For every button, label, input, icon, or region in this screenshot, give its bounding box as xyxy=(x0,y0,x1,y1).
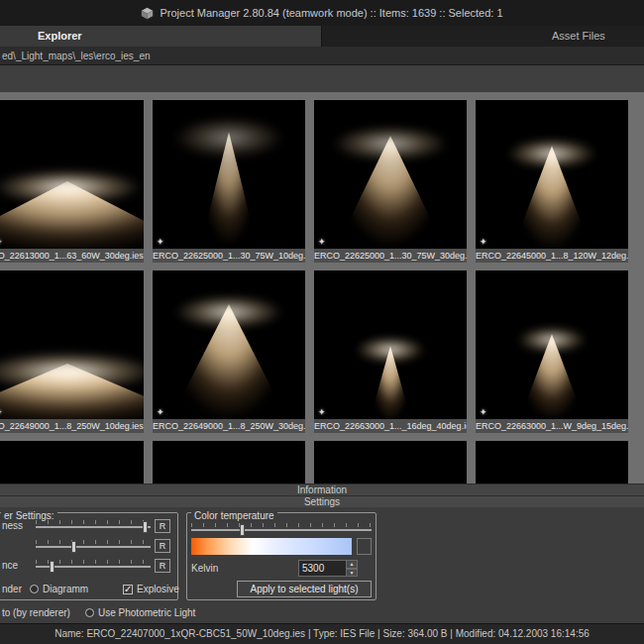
kelvin-spinner: ▲ ▼ xyxy=(346,560,358,577)
light-bulb-icon: ✦ xyxy=(157,237,164,247)
thumbnail-item[interactable] xyxy=(153,441,305,483)
light-bulb-icon: ✦ xyxy=(318,407,326,417)
light-halo xyxy=(174,295,283,329)
distance-slider-handle[interactable] xyxy=(50,561,54,573)
path-bar[interactable]: ed\_Light_maps\_les\erco_ies_en xyxy=(0,47,644,65)
explorer-content: ✦ CO_22613000_1...63_60W_30deg.ies ✦ ERC… xyxy=(0,65,644,483)
light-beam xyxy=(367,346,414,419)
light-beam xyxy=(507,146,596,249)
light-halo xyxy=(173,117,284,159)
tab-explorer[interactable]: Explorer xyxy=(0,26,322,47)
ies-preview[interactable] xyxy=(476,441,628,483)
settings-panel-header[interactable]: Settings xyxy=(0,495,644,507)
thumbnail-item[interactable]: ✦ ERCO_22649000_1...8_250W_30deg.ies xyxy=(153,270,305,433)
thumbnail-filename: ERCO_22625000_1...30_75W_30deg.ies xyxy=(314,249,467,263)
thumbnail-item[interactable]: ✦ CO_22649000_1...8_250W_10deg.ies xyxy=(0,270,144,433)
ies-preview[interactable]: ✦ xyxy=(476,100,628,249)
kelvin-slider[interactable] xyxy=(191,529,372,531)
ies-preview[interactable] xyxy=(314,441,467,483)
ies-preview[interactable]: ✦ xyxy=(314,270,467,419)
thumbnail-filename: ERCO_22625000_1...30_75W_10deg.ies xyxy=(153,249,305,263)
thumbnail-item[interactable]: ✦ ERCO_22625000_1...30_75W_10deg.ies xyxy=(153,100,305,263)
grid-row-3-partial xyxy=(0,441,644,483)
ies-preview[interactable]: ✦ xyxy=(314,100,467,249)
slider-ticks xyxy=(36,540,151,544)
information-panel-header[interactable]: Information xyxy=(0,483,644,495)
ies-preview[interactable] xyxy=(153,441,305,483)
diagram-radio-label[interactable]: Diagramm xyxy=(43,584,88,594)
thumbnail-item[interactable] xyxy=(314,441,467,483)
color-temperature-group: Color temperature Kelvin ▲ ▼ Apply to se… xyxy=(186,512,376,600)
kelvin-slider-handle[interactable] xyxy=(240,524,245,536)
photometric-radio[interactable] xyxy=(85,608,94,617)
light-halo xyxy=(517,327,587,353)
settings-panel: er Settings: ness R R nce R nder Diagram… xyxy=(0,507,644,623)
thumbnail-item[interactable]: ✦ ERCO_22625000_1...30_75W_30deg.ies xyxy=(314,100,467,263)
light-halo xyxy=(332,126,449,161)
light-halo xyxy=(0,169,142,205)
kelvin-spinner-up-icon[interactable]: ▲ xyxy=(346,560,358,569)
thumbnail-item[interactable]: ✦ CO_22613000_1...63_60W_30deg.ies xyxy=(0,100,144,263)
kelvin-label: Kelvin xyxy=(191,563,218,574)
diagram-radio[interactable] xyxy=(30,585,39,593)
thumbnail-item[interactable]: ✦ ERCO_22663000_1...W_9deg_15deg.ies xyxy=(476,270,628,433)
light-bulb-icon: ✦ xyxy=(480,237,487,247)
light-beam xyxy=(197,132,261,249)
thumbnail-item[interactable]: ✦ ERCO_22663000_1..._16deg_40deg.ies xyxy=(314,270,467,433)
thumbnail-filename: CO_22649000_1...8_250W_10deg.ies xyxy=(0,419,144,433)
light-bulb-icon: ✦ xyxy=(157,407,164,417)
light-bulb-icon: ✦ xyxy=(0,407,3,417)
light-halo xyxy=(507,139,596,168)
ies-preview[interactable]: ✦ xyxy=(153,270,305,419)
brightness-slider[interactable] xyxy=(36,526,151,528)
light-halo xyxy=(356,337,425,363)
thumbnail-filename: ERCO_22663000_1..._16deg_40deg.ies xyxy=(314,419,467,433)
grid-row-1: ✦ CO_22613000_1...63_60W_30deg.ies ✦ ERC… xyxy=(0,100,644,263)
ies-preview[interactable]: ✦ xyxy=(0,270,144,419)
kelvin-slider-ticks xyxy=(191,523,372,527)
explosive-checkbox-label[interactable]: Explosive xyxy=(137,584,179,594)
reset-distance-button[interactable]: R xyxy=(155,559,170,573)
thumbnail-filename: CO_22613000_1...63_60W_30deg.ies xyxy=(0,249,144,263)
kelvin-spinner-down-icon[interactable]: ▼ xyxy=(346,569,358,578)
light-halo xyxy=(0,352,144,391)
temperature-gradient-bar[interactable] xyxy=(191,538,352,555)
light-bulb-icon: ✦ xyxy=(318,237,326,247)
gamma-slider[interactable] xyxy=(36,546,151,548)
project-manager-window: Project Manager 2.80.84 (teamwork mode) … xyxy=(0,0,644,644)
slider-ticks xyxy=(36,520,151,524)
grid-row-2: ✦ CO_22649000_1...8_250W_10deg.ies ✦ ERC… xyxy=(0,270,644,433)
light-beam xyxy=(0,181,144,249)
thumbnail-item[interactable] xyxy=(476,441,628,483)
reset-brightness-button[interactable]: R xyxy=(155,519,170,533)
ies-preview[interactable] xyxy=(0,441,144,483)
thumbnail-item[interactable]: ✦ ERCO_22645000_1...8_120W_12deg.ies xyxy=(476,100,628,263)
ies-preview[interactable]: ✦ xyxy=(476,270,628,419)
temperature-color-swatch[interactable] xyxy=(357,538,372,555)
tab-asset-files[interactable]: Asset Files xyxy=(322,26,644,47)
ies-preview[interactable]: ✦ xyxy=(153,100,305,249)
light-bulb-icon: ✦ xyxy=(0,237,3,247)
brightness-label: ness xyxy=(2,520,23,531)
status-bar: Name: ERCO_22407000_1xQR-CBC51_50W_10deg… xyxy=(0,623,644,644)
photometric-radio-label[interactable]: Use Photometric Light xyxy=(98,607,195,618)
thumbnail-filename: ERCO_22649000_1...8_250W_30deg.ies xyxy=(153,419,305,433)
light-beam xyxy=(330,136,451,249)
color-temperature-group-title: Color temperature xyxy=(191,511,277,521)
thumbnail-grid: ✦ CO_22613000_1...63_60W_30deg.ies ✦ ERC… xyxy=(0,92,644,483)
apply-to-selected-lights-button[interactable]: Apply to selected light(s) xyxy=(237,581,372,597)
render-radio-label: nder xyxy=(2,584,22,594)
window-title: Project Manager 2.80.84 (teamwork mode) … xyxy=(160,7,502,19)
reset-gamma-button[interactable]: R xyxy=(155,539,170,553)
title-bar: Project Manager 2.80.84 (teamwork mode) … xyxy=(0,0,644,26)
app-cube-icon xyxy=(141,7,154,20)
distance-label: nce xyxy=(2,560,18,571)
gamma-slider-handle[interactable] xyxy=(71,541,76,553)
light-beam xyxy=(0,364,144,419)
light-beam xyxy=(515,334,589,419)
ies-preview[interactable]: ✦ xyxy=(0,100,144,249)
thumbnail-item[interactable] xyxy=(0,441,144,483)
explosive-checkbox[interactable] xyxy=(123,585,133,594)
brightness-slider-handle[interactable] xyxy=(143,521,148,533)
auto-renderer-radio-label[interactable]: to (by renderer) xyxy=(2,607,70,618)
